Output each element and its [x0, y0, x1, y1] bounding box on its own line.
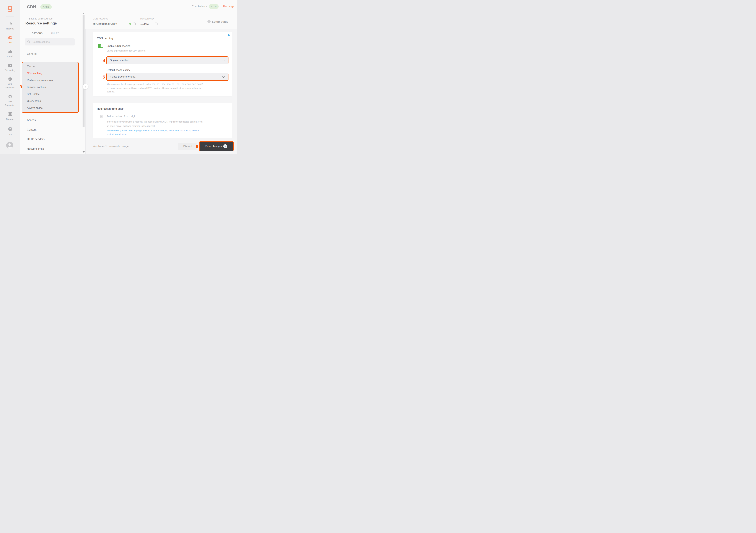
unsaved-change-dot	[228, 34, 230, 36]
svg-text:?: ?	[9, 128, 11, 130]
cache-expiry-select[interactable]: 4 days (recommended)	[106, 73, 229, 81]
search-input[interactable]	[33, 38, 72, 45]
help-icon[interactable]: ?	[0, 127, 20, 131]
page-title: CDN	[27, 4, 36, 9]
sidebar-item-iaas-protection[interactable]: IaaS Protection	[0, 100, 20, 107]
annotation-step-6: 6	[195, 144, 199, 149]
menu-item-always-online[interactable]: Always online	[27, 107, 42, 110]
sidebar-item-cdn[interactable]: CDN	[0, 41, 20, 44]
tab-options[interactable]: OPTIONS	[32, 32, 42, 35]
storage-icon[interactable]	[0, 112, 20, 116]
cloud-icon[interactable]	[0, 50, 20, 54]
menu-item-network-limits[interactable]: Network limits	[27, 147, 44, 150]
purge-cache-note-link[interactable]: Please note, you will need to purge the …	[107, 129, 199, 136]
sidebar-item-storage[interactable]: Storage	[0, 117, 20, 121]
layers-icon[interactable]	[0, 94, 20, 98]
shield-icon[interactable]	[0, 77, 20, 81]
balance-label: Your balance	[184, 5, 207, 8]
recharge-link[interactable]: Recharge	[223, 5, 234, 8]
sidebar-item-help[interactable]: Help	[0, 132, 20, 136]
topbar-divider	[221, 4, 221, 10]
save-changes-count-badge: 1	[223, 144, 228, 148]
sidebar-logo-divider	[6, 16, 14, 16]
status-badge: Active	[40, 4, 52, 9]
resource-id-label: Resource ID	[140, 17, 154, 20]
menu-item-content[interactable]: Content	[27, 128, 37, 131]
header-divider	[20, 29, 237, 29]
menu-item-access[interactable]: Access	[27, 118, 36, 122]
cdn-caching-hint: Cache expiration time for CDN servers.	[107, 49, 146, 52]
scrollbar-thumb[interactable]	[83, 15, 85, 127]
enable-cdn-caching-toggle[interactable]	[98, 44, 103, 48]
cdn-icon[interactable]	[0, 36, 20, 39]
cdn-resource-label: CDN resource	[93, 17, 108, 20]
cache-method-select[interactable]: Origin controlled	[106, 56, 229, 64]
enable-cdn-caching-label: Enable CDN caching	[107, 44, 130, 48]
scrollbar-down-arrow[interactable]	[83, 151, 85, 153]
menu-item-cdn-caching[interactable]: CDN caching	[27, 72, 42, 75]
info-icon[interactable]: i	[207, 20, 211, 23]
card-title-cdn-caching: CDN caching	[97, 37, 113, 40]
cdn-caching-card: CDN caching Enable CDN caching Cache exp…	[93, 32, 232, 96]
discard-button[interactable]: Discard	[178, 142, 197, 150]
balance-badge: €0.00	[209, 4, 219, 9]
cdn-resource-value: cdn.testdomain.com	[93, 22, 117, 26]
chevron-down-icon	[222, 60, 225, 61]
reports-icon[interactable]	[0, 21, 20, 25]
panel-title: Resource settings	[25, 21, 57, 25]
avatar[interactable]	[6, 142, 13, 149]
scrollbar-up-arrow[interactable]	[83, 13, 85, 14]
menu-item-http-headers[interactable]: HTTP headers	[27, 138, 44, 141]
default-cache-expiry-label: Default cache expiry	[107, 68, 130, 72]
annotation-step-3: 3	[18, 84, 23, 89]
search-box	[25, 38, 75, 45]
streaming-icon[interactable]	[0, 64, 20, 67]
redirection-hint: If the origin server returns a redirect,…	[107, 120, 202, 128]
resource-status-dot	[129, 23, 131, 25]
menu-item-redirection-from-origin[interactable]: Redirection from origin	[27, 79, 53, 82]
panel-divider	[85, 29, 86, 154]
cache-options-group-highlight: Cache CDN caching Redirection from origi…	[22, 62, 79, 113]
save-changes-button[interactable]: Save changes 1	[200, 142, 233, 151]
sidebar-item-cloud[interactable]: Cloud	[0, 55, 20, 58]
back-link[interactable]: ← Back to all resources	[25, 17, 53, 20]
save-changes-highlight: Save changes 1	[199, 141, 233, 151]
copy-id-icon[interactable]	[155, 22, 158, 26]
menu-item-set-cookie[interactable]: Set-Cookie	[27, 92, 40, 96]
tab-rules[interactable]: RULES	[51, 32, 59, 35]
menu-item-browser-caching[interactable]: Browser caching	[27, 86, 46, 89]
copy-resource-icon[interactable]	[133, 22, 136, 26]
collapse-panel-button[interactable]	[83, 84, 88, 89]
cache-expiry-hint: The value applies for a response with co…	[107, 83, 202, 94]
save-changes-label: Save changes	[205, 145, 222, 148]
section-cache[interactable]: Cache	[27, 65, 35, 68]
search-icon	[27, 40, 30, 43]
brand-logo[interactable]: g	[0, 2, 20, 12]
sidebar-item-reports[interactable]: Reports	[0, 27, 20, 31]
cache-expiry-value: 4 days (recommended)	[110, 75, 136, 78]
menu-item-query-string[interactable]: Query string	[27, 100, 41, 103]
section-general[interactable]: General	[27, 52, 37, 56]
resource-id-value: 123456	[140, 22, 149, 26]
setup-guide-link[interactable]: Setup guide	[212, 20, 228, 23]
sidebar-item-web-protection[interactable]: Web Protection	[0, 82, 20, 89]
follow-redirect-toggle[interactable]	[98, 115, 103, 118]
annotation-step-4: 4	[102, 58, 106, 63]
sidebar-section-divider	[6, 123, 14, 123]
card-title-redirection: Redirection from origin	[97, 107, 124, 111]
unsaved-changes-text: You have 1 unsaved change.	[93, 144, 130, 148]
redirection-card: Redirection from origin Follow redirect …	[93, 103, 232, 138]
app-window: g Reports CDN Cloud Streaming Web Protec…	[0, 0, 237, 154]
sidebar-item-streaming[interactable]: Streaming	[0, 68, 20, 72]
annotation-step-5: 5	[102, 74, 106, 80]
follow-redirect-label: Follow redirect from origin	[107, 115, 136, 118]
chevron-down-icon	[222, 76, 225, 78]
cache-method-value: Origin controlled	[110, 59, 128, 62]
chevron-left-icon	[85, 86, 86, 88]
active-tab-indicator	[32, 29, 45, 29]
